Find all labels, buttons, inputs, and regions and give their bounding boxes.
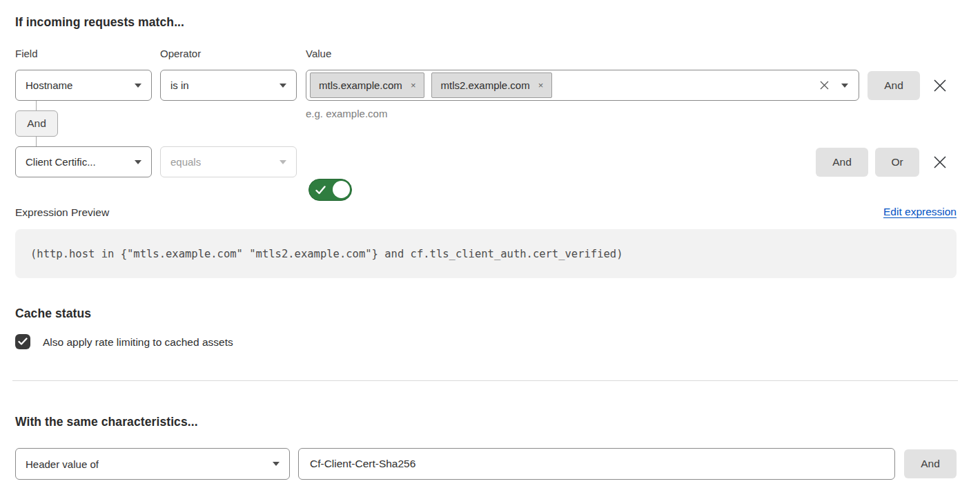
operator-select-row1-value: is in — [170, 79, 189, 91]
field-select-row2[interactable]: Client Certific... — [15, 146, 152, 177]
operator-label: Operator — [160, 48, 201, 59]
clear-values-icon[interactable] — [819, 70, 830, 100]
checkmark-icon — [18, 338, 28, 346]
condition-connector-and-button[interactable]: And — [15, 110, 58, 137]
tag-remove-icon[interactable]: × — [411, 81, 416, 90]
value-multiselect-input[interactable]: mtls.example.com × mtls2.example.com × — [306, 70, 859, 101]
chevron-down-icon[interactable] — [841, 84, 848, 88]
field-select-row1[interactable]: Hostname — [15, 70, 152, 101]
value-helper-text: e.g. example.com — [306, 108, 387, 119]
match-section-heading: If incoming requests match... — [15, 15, 184, 30]
expression-preview-label: Expression Preview — [15, 206, 109, 219]
cert-verified-toggle[interactable] — [308, 179, 352, 201]
chevron-down-icon — [135, 160, 141, 164]
operator-select-row2-disabled: equals — [160, 146, 297, 177]
connector-line — [36, 101, 37, 110]
characteristic-type-value: Header value of — [26, 458, 99, 470]
chevron-down-icon — [135, 84, 141, 88]
header-name-input[interactable] — [298, 448, 895, 480]
expression-code-preview: (http.host in {"mtls.example.com" "mtls2… — [15, 229, 957, 278]
characteristics-heading: With the same characteristics... — [15, 415, 198, 429]
operator-select-row1[interactable]: is in — [160, 70, 297, 101]
chevron-down-icon — [273, 462, 280, 466]
field-label: Field — [15, 48, 38, 59]
add-or-condition-button-row2[interactable]: Or — [875, 148, 919, 177]
section-divider — [12, 380, 958, 381]
edit-expression-link[interactable]: Edit expression — [883, 206, 957, 218]
tag-remove-icon[interactable]: × — [538, 81, 544, 90]
toggle-knob — [333, 181, 350, 198]
value-tag[interactable]: mtls.example.com × — [310, 72, 424, 98]
value-tag[interactable]: mtls2.example.com × — [431, 72, 552, 98]
rate-limiting-rule-form: If incoming requests match... Field Oper… — [0, 0, 980, 497]
checkmark-icon — [315, 185, 326, 197]
value-tag-label: mtls2.example.com — [440, 79, 529, 91]
cached-assets-checkbox[interactable] — [15, 334, 30, 349]
characteristic-type-select[interactable]: Header value of — [15, 448, 290, 480]
chevron-down-icon — [280, 84, 286, 88]
add-and-condition-button-row2[interactable]: And — [816, 148, 868, 177]
field-select-row1-value: Hostname — [26, 79, 72, 91]
operator-select-row2-value: equals — [170, 156, 201, 168]
connector-line — [36, 137, 37, 146]
field-select-row2-value: Client Certific... — [26, 156, 96, 168]
add-characteristic-button[interactable]: And — [904, 449, 957, 478]
cache-status-heading: Cache status — [15, 306, 91, 321]
chevron-down-icon — [280, 160, 286, 164]
value-tag-label: mtls.example.com — [319, 79, 402, 91]
cached-assets-checkbox-label: Also apply rate limiting to cached asset… — [43, 336, 233, 349]
delete-condition-icon-row2[interactable] — [931, 153, 949, 171]
add-and-condition-button-row1[interactable]: And — [868, 71, 920, 100]
value-label: Value — [306, 48, 331, 59]
delete-condition-icon-row1[interactable] — [931, 77, 949, 95]
